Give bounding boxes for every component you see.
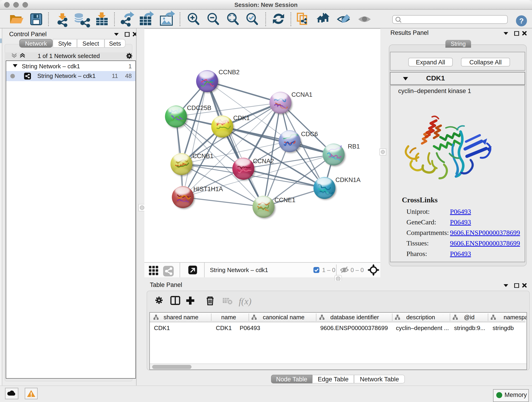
svg-text:CDC6: CDC6 (301, 131, 318, 138)
svg-text:String Network – cdk1: String Network – cdk1 (210, 267, 268, 274)
svg-text:CCNB2: CCNB2 (219, 69, 240, 76)
svg-text:CCNA1: CCNA1 (291, 91, 312, 98)
svg-text:1 – 0: 1 – 0 (322, 267, 336, 274)
svg-text:CCNE1: CCNE1 (274, 197, 296, 204)
svg-text:CDKN1A: CDKN1A (336, 177, 361, 183)
svg-text:RB1: RB1 (348, 143, 360, 150)
svg-text:name: name (221, 314, 236, 321)
svg-text:shared name: shared name (164, 314, 198, 321)
svg-text:database identifier: database identifier (330, 314, 379, 321)
svg-text:CDK1: CDK1 (233, 115, 250, 121)
svg-text:1 of 1 Network selected: 1 of 1 Network selected (38, 52, 100, 59)
svg-text:CCNB1: CCNB1 (192, 153, 214, 160)
svg-text:description: description (406, 314, 435, 321)
svg-text:canonical name: canonical name (263, 314, 304, 321)
svg-text:f(x): f(x) (239, 296, 252, 306)
svg-text:0 – 0: 0 – 0 (351, 267, 364, 274)
svg-text:CDC25B: CDC25B (187, 104, 211, 111)
svg-text:HIST1H1A: HIST1H1A (193, 186, 223, 192)
svg-text:CCNA2: CCNA2 (253, 158, 274, 165)
svg-text:namespace: namespace (504, 314, 526, 321)
svg-text:@id: @id (464, 314, 475, 321)
